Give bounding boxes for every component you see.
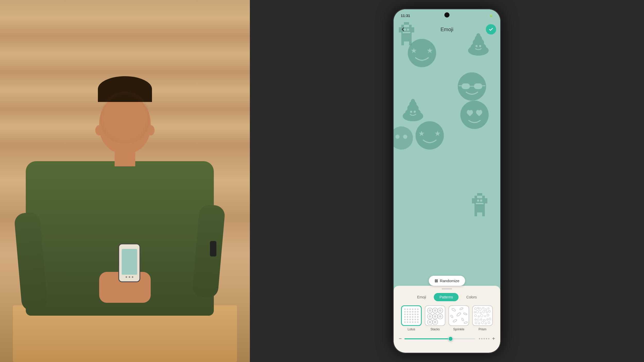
svg-rect-13 [474,196,477,198]
svg-point-49 [460,101,489,129]
svg-point-141 [481,322,484,324]
back-button[interactable] [398,24,408,35]
svg-point-83 [412,319,413,320]
bottom-panel: Emoji Patterns Colors [394,286,500,353]
slider-plus-button[interactable]: + [492,336,495,342]
svg-point-127 [488,310,490,312]
svg-point-121 [488,308,489,309]
svg-point-108 [451,308,456,312]
randomize-button[interactable]: ⊠ Randomize [429,276,465,286]
svg-point-59 [412,308,413,310]
svg-point-138 [489,318,491,320]
svg-point-122 [474,312,476,313]
svg-rect-25 [482,212,485,216]
svg-point-55 [403,135,407,139]
svg-point-87 [407,321,408,323]
svg-point-86 [404,321,406,323]
status-time: 11:31 [401,14,410,18]
phone-ui-section: 11:31 🔋 Emoji [250,0,644,362]
randomize-label: Randomize [440,279,460,283]
svg-point-111 [456,312,461,317]
svg-point-126 [486,312,488,313]
svg-point-143 [488,322,490,324]
svg-point-136 [483,319,485,321]
confirm-button[interactable] [486,24,496,35]
pattern-lotus[interactable]: Lotus [401,305,422,331]
slider-minus-button[interactable]: − [399,336,402,342]
size-slider-row: − + [394,333,500,344]
slider-track[interactable] [404,338,476,339]
svg-text:★: ★ [418,130,425,137]
svg-rect-19 [480,200,482,202]
svg-point-117 [477,307,479,309]
sprinkle-pattern-svg [450,307,468,325]
svg-point-99 [429,315,431,318]
svg-point-48 [414,111,416,113]
star-eyes-face-top: ★ ★ [406,38,437,68]
svg-point-139 [475,322,477,324]
svg-point-66 [414,311,416,313]
pattern-sprinkle[interactable]: Sprinkle [448,305,469,331]
svg-rect-15 [480,193,482,196]
pattern-grid: Lotus [394,303,500,333]
svg-point-62 [404,311,406,313]
svg-point-56 [404,308,406,310]
svg-rect-38 [474,83,482,89]
svg-point-142 [485,323,487,324]
tab-bar: Emoji Patterns Colors [394,289,500,303]
svg-point-47 [410,111,412,113]
lotus-pattern-svg [402,307,420,325]
slider-thumb[interactable] [448,336,453,341]
svg-point-131 [484,315,486,317]
svg-point-93 [429,309,431,312]
video-section [0,0,250,362]
phone-frame: 11:31 🔋 Emoji [393,8,501,354]
svg-point-69 [407,314,408,315]
svg-point-105 [429,321,431,323]
svg-point-84 [414,319,416,320]
svg-point-119 [482,307,484,309]
randomize-icon: ⊠ [435,278,438,283]
svg-point-34 [476,45,478,47]
svg-rect-24 [474,212,477,216]
svg-point-128 [474,315,477,317]
svg-point-57 [407,308,408,310]
svg-point-125 [483,311,485,313]
svg-point-109 [459,307,463,310]
svg-point-77 [412,316,413,318]
pattern-prism[interactable]: Prism [472,305,493,331]
tab-emoji[interactable]: Emoji [411,293,432,301]
svg-point-73 [417,314,419,315]
status-icons: 🔋 [489,14,493,18]
screen-title: Emoji [408,27,486,32]
app-header: Emoji [394,22,500,37]
camera-notch [444,12,450,18]
svg-text:★: ★ [411,47,417,55]
sunglasses-face [456,71,487,102]
svg-rect-17 [474,198,485,206]
svg-point-90 [414,321,416,323]
svg-point-60 [414,308,416,310]
lotus-label: Lotus [408,327,415,331]
svg-point-46 [411,99,415,104]
pixel-art-bottomright [469,193,495,219]
svg-point-124 [480,312,481,314]
star-face-bottom: ★ ★ [414,120,445,151]
svg-point-82 [409,319,411,320]
stacks-label: Stacks [430,327,440,331]
svg-point-130 [480,314,483,317]
svg-point-116 [474,308,477,310]
tab-patterns[interactable]: Patterns [434,293,459,301]
svg-point-35 [479,45,481,47]
stacks-pattern-svg [426,307,444,325]
svg-point-67 [417,311,419,313]
pattern-stacks[interactable]: Stacks [425,305,445,331]
emoji-background: ★ ★ [394,9,500,291]
slider-dots [479,338,489,339]
svg-point-89 [412,321,413,323]
svg-point-79 [417,316,419,318]
svg-point-135 [480,319,482,320]
svg-text:★: ★ [427,47,433,55]
svg-point-58 [409,308,411,310]
tab-colors[interactable]: Colors [461,293,482,301]
